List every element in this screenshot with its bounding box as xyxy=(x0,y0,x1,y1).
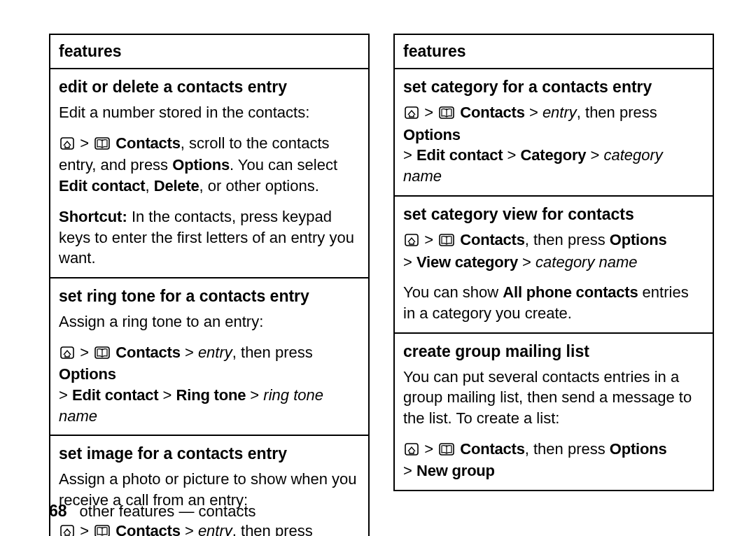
feature-body: You can put several contacts entries in … xyxy=(403,367,704,429)
entry-placeholder: entry xyxy=(542,104,577,121)
options-label: Options xyxy=(172,156,230,174)
page-footer: 68other features — contacts xyxy=(49,502,256,521)
edit-contact-label: Edit contact xyxy=(72,386,159,404)
home-icon xyxy=(60,522,74,536)
feature-title: set ring tone for a contacts entry xyxy=(59,285,360,307)
path-separator: > xyxy=(590,146,599,164)
feature-nav-path: > Contacts > entry, then press Options >… xyxy=(59,342,360,427)
path-separator: > xyxy=(522,253,531,271)
path-separator: > xyxy=(185,344,194,361)
path-separator: > xyxy=(80,134,89,152)
edit-contact-label: Edit contact xyxy=(416,146,503,164)
manual-page: features edit or delete a contacts entry… xyxy=(0,0,756,536)
text-fragment: , then press xyxy=(525,231,610,248)
ringtone-label: Ring tone xyxy=(176,386,246,404)
path-separator: > xyxy=(507,146,517,164)
options-label: Options xyxy=(610,231,667,248)
home-icon xyxy=(60,344,74,365)
page-number: 68 xyxy=(49,502,67,520)
feature-body: You can show All phone contacts entries … xyxy=(403,282,704,323)
right-column: features set category for a contacts ent… xyxy=(393,34,714,536)
features-table-right: features set category for a contacts ent… xyxy=(393,34,714,491)
feature-title: edit or delete a contacts entry xyxy=(59,76,360,98)
path-separator: > xyxy=(424,440,433,458)
feature-nav-path: > Contacts, scroll to the contacts entry… xyxy=(59,133,360,197)
feature-nav-path: > Contacts > entry, then press Options >… xyxy=(403,102,704,187)
path-separator: > xyxy=(163,386,172,404)
book-icon xyxy=(439,440,454,461)
path-separator: > xyxy=(80,522,89,536)
all-phone-contacts-label: All phone contacts xyxy=(503,283,638,301)
feature-nav-path: > Contacts > entry, then press Options >… xyxy=(59,521,360,536)
book-icon xyxy=(439,104,454,125)
delete-label: Delete xyxy=(154,177,200,195)
feature-nav-path: > Contacts, then press Options > New gro… xyxy=(403,439,704,481)
feature-title: set category for a contacts entry xyxy=(403,76,704,98)
left-column: features edit or delete a contacts entry… xyxy=(49,34,370,536)
view-category-label: View category xyxy=(416,253,518,271)
feature-cell-category-view: set category view for contacts > Contact… xyxy=(394,196,713,333)
feature-cell-image: set image for a contacts entry Assign a … xyxy=(50,435,369,536)
home-icon xyxy=(60,134,74,155)
feature-title: set category view for contacts xyxy=(403,204,704,225)
category-label: Category xyxy=(521,146,587,164)
home-icon xyxy=(405,231,419,252)
path-separator: > xyxy=(424,104,433,121)
entry-placeholder: entry xyxy=(198,344,232,361)
feature-cell-edit-delete: edit or delete a contacts entry Edit a n… xyxy=(50,69,369,278)
text-fragment: , then press xyxy=(232,344,313,361)
path-separator: > xyxy=(424,231,433,248)
path-separator: > xyxy=(403,146,412,164)
contacts-label: Contacts xyxy=(460,440,525,458)
table-header: features xyxy=(394,34,713,69)
contacts-label: Contacts xyxy=(460,231,525,248)
svg-rect-4 xyxy=(61,526,74,536)
feature-intro: Edit a number stored in the contacts: xyxy=(59,102,360,123)
path-separator: > xyxy=(403,253,412,271)
category-name-placeholder: category name xyxy=(536,253,638,271)
shortcut-paragraph: Shortcut: In the contacts, press keypad … xyxy=(59,206,360,269)
text-fragment: , then press xyxy=(577,104,657,121)
shortcut-label: Shortcut: xyxy=(59,208,127,225)
text-fragment: , then press xyxy=(232,522,313,536)
path-separator: > xyxy=(529,104,538,121)
home-icon xyxy=(405,440,419,461)
feature-title: set image for a contacts entry xyxy=(59,443,360,465)
path-separator: > xyxy=(403,462,412,479)
text-fragment: . You can select xyxy=(230,156,337,174)
new-group-label: New group xyxy=(416,462,495,479)
footer-text: other features — contacts xyxy=(80,502,256,520)
options-label: Options xyxy=(403,126,461,143)
options-label: Options xyxy=(610,440,667,458)
text-fragment: , then press xyxy=(525,440,610,458)
edit-contact-label: Edit contact xyxy=(59,177,146,195)
contacts-label: Contacts xyxy=(115,134,181,152)
path-separator: > xyxy=(250,386,259,404)
path-separator: > xyxy=(80,344,89,361)
entry-placeholder: entry xyxy=(198,522,232,536)
contacts-label: Contacts xyxy=(115,344,181,361)
home-icon xyxy=(405,104,419,125)
text-fragment: You can show xyxy=(403,283,503,301)
feature-intro: Assign a ring tone to an entry: xyxy=(59,311,360,332)
features-table-left: features edit or delete a contacts entry… xyxy=(49,34,370,536)
feature-title: create group mailing list xyxy=(403,341,704,362)
book-icon xyxy=(94,134,110,155)
two-column-layout: features edit or delete a contacts entry… xyxy=(49,34,714,536)
feature-cell-set-category: set category for a contacts entry > Cont… xyxy=(394,69,713,196)
feature-cell-ringtone: set ring tone for a contacts entry Assig… xyxy=(50,278,369,435)
book-icon xyxy=(439,231,454,252)
path-separator: > xyxy=(59,386,68,404)
options-label: Options xyxy=(59,365,116,383)
feature-cell-group-list: create group mailing list You can put se… xyxy=(394,333,713,491)
text-fragment: , or other options. xyxy=(200,177,319,195)
book-icon xyxy=(94,522,110,536)
feature-nav-path: > Contacts, then press Options > View ca… xyxy=(403,230,704,272)
contacts-label: Contacts xyxy=(115,522,181,536)
path-separator: > xyxy=(185,522,194,536)
contacts-label: Contacts xyxy=(460,104,525,121)
book-icon xyxy=(94,344,110,365)
table-header: features xyxy=(50,34,369,69)
